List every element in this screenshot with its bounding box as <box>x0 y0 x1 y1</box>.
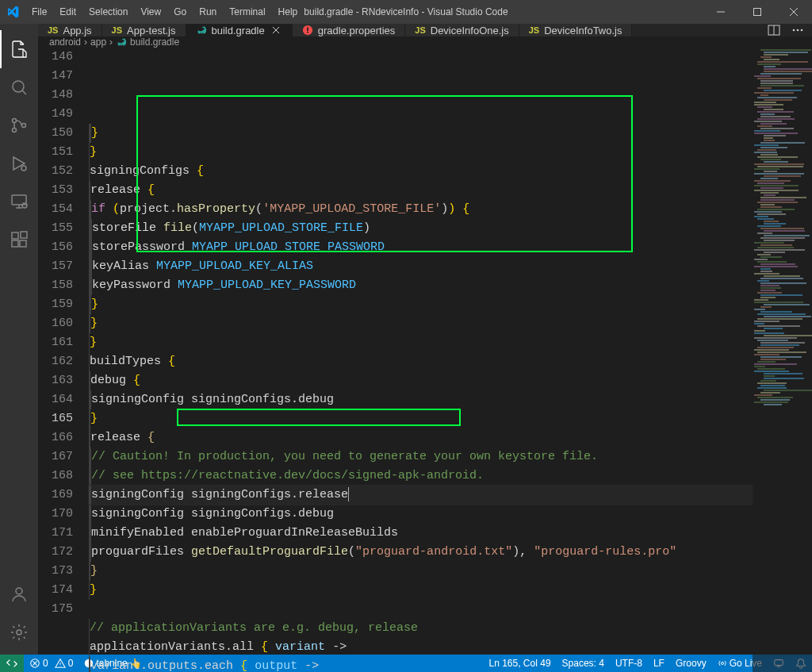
menu-selection[interactable]: Selection <box>82 0 134 24</box>
svg-point-4 <box>22 124 26 128</box>
menu-go[interactable]: Go <box>167 0 193 24</box>
svg-rect-15 <box>307 28 308 31</box>
menu-terminal[interactable]: Terminal <box>223 0 271 24</box>
tab-bar: JSApp.jsJSApp-test.jsbuild.gradlegradle.… <box>38 24 812 36</box>
tab-gradle-properties[interactable]: gradle.properties <box>293 24 406 36</box>
js-icon: JS <box>112 25 122 35</box>
tab-label: DeviceInfoOne.js <box>431 25 509 36</box>
svg-rect-10 <box>20 240 26 247</box>
search-icon[interactable] <box>0 68 38 106</box>
tab-App-test-js[interactable]: JSApp-test.js <box>102 24 186 36</box>
js-icon: JS <box>48 25 58 35</box>
editor-area: JSApp.jsJSApp-test.jsbuild.gradlegradle.… <box>38 24 812 655</box>
menu-run[interactable]: Run <box>193 0 223 24</box>
js-icon: JS <box>529 25 539 35</box>
js-icon: JS <box>415 25 425 35</box>
tab-label: gradle.properties <box>318 25 396 36</box>
accounts-icon[interactable] <box>0 575 38 613</box>
tab-build-gradle[interactable]: build.gradle <box>186 24 293 36</box>
more-actions-icon[interactable] <box>791 24 804 36</box>
svg-rect-0 <box>754 9 761 16</box>
split-editor-icon[interactable] <box>768 24 780 36</box>
code-editor[interactable]: 1461471481491501511521531541551561571581… <box>38 48 812 672</box>
svg-point-2 <box>13 119 17 123</box>
breadcrumb-part[interactable]: build.gradle <box>130 36 179 48</box>
svg-point-1 <box>13 81 24 92</box>
svg-rect-8 <box>12 232 18 239</box>
menu-help[interactable]: Help <box>272 0 304 24</box>
source-control-icon[interactable] <box>0 106 38 144</box>
vscode-logo-icon <box>6 6 19 18</box>
tab-DeviceInfoTwo-js[interactable]: JSDeviceInfoTwo.js <box>519 24 633 36</box>
svg-point-3 <box>13 129 17 132</box>
title-bar: FileEditSelectionViewGoRunTerminalHelp b… <box>0 0 812 24</box>
menu-file[interactable]: File <box>25 0 53 24</box>
window-controls <box>703 0 812 24</box>
extensions-icon[interactable] <box>0 221 38 259</box>
tab-DeviceInfoOne-js[interactable]: JSDeviceInfoOne.js <box>405 24 519 36</box>
maximize-button[interactable] <box>739 0 776 24</box>
svg-point-12 <box>16 588 22 594</box>
svg-rect-11 <box>21 232 27 238</box>
remote-indicator[interactable] <box>0 655 24 672</box>
svg-point-13 <box>17 630 21 635</box>
breadcrumb-part[interactable]: android <box>49 36 81 48</box>
svg-point-18 <box>793 29 795 32</box>
remote-explorer-icon[interactable] <box>0 182 38 221</box>
minimize-button[interactable] <box>703 0 739 24</box>
minimap[interactable] <box>753 48 812 672</box>
tab-label: DeviceInfoTwo.js <box>544 25 622 36</box>
activity-bar <box>0 24 38 655</box>
svg-point-19 <box>797 29 799 32</box>
svg-rect-9 <box>12 240 18 247</box>
chevron-right-icon: › <box>84 36 87 48</box>
menu-bar: FileEditSelectionViewGoRunTerminalHelp <box>0 0 304 24</box>
settings-gear-icon[interactable] <box>0 613 38 651</box>
svg-rect-16 <box>307 32 308 33</box>
run-debug-icon[interactable] <box>0 144 38 182</box>
chevron-right-icon: › <box>109 36 113 48</box>
svg-point-7 <box>22 203 27 208</box>
tab-label: App-test.js <box>127 25 175 36</box>
error-icon <box>302 25 313 36</box>
explorer-icon[interactable] <box>0 30 38 68</box>
svg-point-20 <box>801 29 803 32</box>
tab-label: build.gradle <box>212 25 265 36</box>
close-button[interactable] <box>776 0 812 24</box>
gradle-icon <box>116 36 127 48</box>
menu-edit[interactable]: Edit <box>53 0 82 24</box>
code-content[interactable]: } } signingConfigs { release { if (proje… <box>89 48 753 672</box>
tab-label: App.js <box>63 25 91 36</box>
svg-point-5 <box>21 166 26 171</box>
gradle-icon <box>196 25 207 36</box>
window-title: build.gradle - RNdeviceInfo - Visual Stu… <box>304 6 508 17</box>
close-icon[interactable] <box>270 24 282 36</box>
breadcrumb-part[interactable]: app <box>90 36 106 48</box>
tab-App-js[interactable]: JSApp.js <box>38 24 102 36</box>
menu-view[interactable]: View <box>134 0 167 24</box>
breadcrumbs[interactable]: android › app › build.gradle <box>38 36 812 48</box>
